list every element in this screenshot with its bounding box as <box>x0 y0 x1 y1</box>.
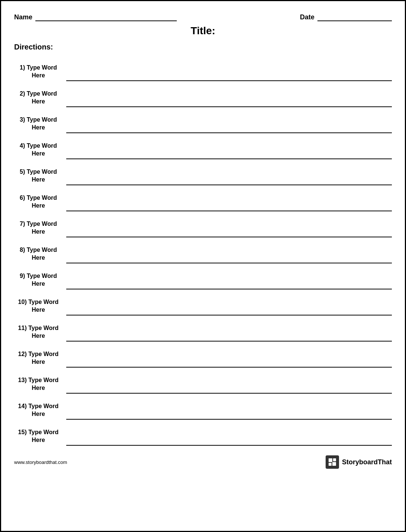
vocab-line-7[interactable] <box>66 228 392 237</box>
vocab-line-15[interactable] <box>66 437 392 446</box>
vocab-line-8[interactable] <box>66 254 392 263</box>
vocab-item: 12) Type WordHere <box>14 342 392 368</box>
vocab-list: 1) Type WordHere2) Type WordHere3) Type … <box>14 56 392 446</box>
vocab-item: 9) Type WordHere <box>14 264 392 290</box>
title-section: Title: <box>14 25 392 37</box>
footer: www.storyboardthat.com StoryboardThat <box>14 452 392 469</box>
vocab-line-12[interactable] <box>66 359 392 368</box>
vocab-item: 13) Type WordHere <box>14 368 392 394</box>
name-field: Name <box>14 12 177 21</box>
vocab-label-7: 7) Type WordHere <box>14 220 66 237</box>
name-line[interactable] <box>35 12 177 21</box>
vocab-item: 1) Type WordHere <box>14 56 392 82</box>
date-label: Date <box>300 13 314 21</box>
vocab-label-6: 6) Type WordHere <box>14 194 66 211</box>
footer-brand: StoryboardThat <box>326 455 392 469</box>
name-label: Name <box>14 13 32 21</box>
vocab-line-9[interactable] <box>66 281 392 289</box>
date-field: Date <box>300 12 392 21</box>
vocab-line-14[interactable] <box>66 411 392 420</box>
footer-url: www.storyboardthat.com <box>14 459 67 465</box>
vocab-item: 2) Type WordHere <box>14 82 392 108</box>
vocab-label-13: 13) Type WordHere <box>14 376 66 394</box>
vocab-item: 7) Type WordHere <box>14 212 392 238</box>
vocab-line-1[interactable] <box>66 72 392 81</box>
vocab-item: 4) Type WordHere <box>14 134 392 160</box>
svg-rect-0 <box>329 458 332 462</box>
vocab-label-11: 11) Type WordHere <box>14 324 66 342</box>
vocab-line-3[interactable] <box>66 124 392 133</box>
vocab-item: 3) Type WordHere <box>14 108 392 134</box>
vocab-label-3: 3) Type WordHere <box>14 116 66 133</box>
vocab-label-5: 5) Type WordHere <box>14 168 66 185</box>
vocab-line-2[interactable] <box>66 98 392 107</box>
brand-name: StoryboardThat <box>342 458 392 466</box>
page: Name Date Title: Directions: 1) Type Wor… <box>0 0 406 532</box>
vocab-label-8: 8) Type WordHere <box>14 246 66 263</box>
svg-rect-3 <box>332 462 336 466</box>
vocab-label-15: 15) Type WordHere <box>14 429 66 446</box>
vocab-line-4[interactable] <box>66 150 392 159</box>
vocab-item: 10) Type WordHere <box>14 290 392 316</box>
vocab-item: 11) Type WordHere <box>14 316 392 342</box>
vocab-item: 5) Type WordHere <box>14 160 392 186</box>
vocab-label-12: 12) Type WordHere <box>14 350 66 368</box>
directions-label: Directions: <box>14 43 392 51</box>
vocab-item: 8) Type WordHere <box>14 238 392 264</box>
vocab-label-9: 9) Type WordHere <box>14 272 66 289</box>
vocab-item: 15) Type WordHere <box>14 420 392 446</box>
vocab-label-1: 1) Type WordHere <box>14 64 66 81</box>
vocab-line-10[interactable] <box>66 307 392 315</box>
vocab-item: 14) Type WordHere <box>14 394 392 420</box>
vocab-line-11[interactable] <box>66 333 392 342</box>
brand-icon <box>326 455 339 469</box>
title-text[interactable]: Title: <box>191 25 215 36</box>
vocab-label-10: 10) Type WordHere <box>14 298 66 315</box>
vocab-line-6[interactable] <box>66 202 392 211</box>
svg-rect-2 <box>329 463 332 466</box>
svg-rect-1 <box>333 458 336 461</box>
vocab-label-4: 4) Type WordHere <box>14 142 66 159</box>
vocab-line-13[interactable] <box>66 385 392 394</box>
vocab-item: 6) Type WordHere <box>14 186 392 212</box>
vocab-line-5[interactable] <box>66 176 392 185</box>
vocab-label-2: 2) Type WordHere <box>14 90 66 107</box>
vocab-label-14: 14) Type WordHere <box>14 403 66 420</box>
date-line[interactable] <box>317 12 392 21</box>
header-row: Name Date <box>14 12 392 21</box>
